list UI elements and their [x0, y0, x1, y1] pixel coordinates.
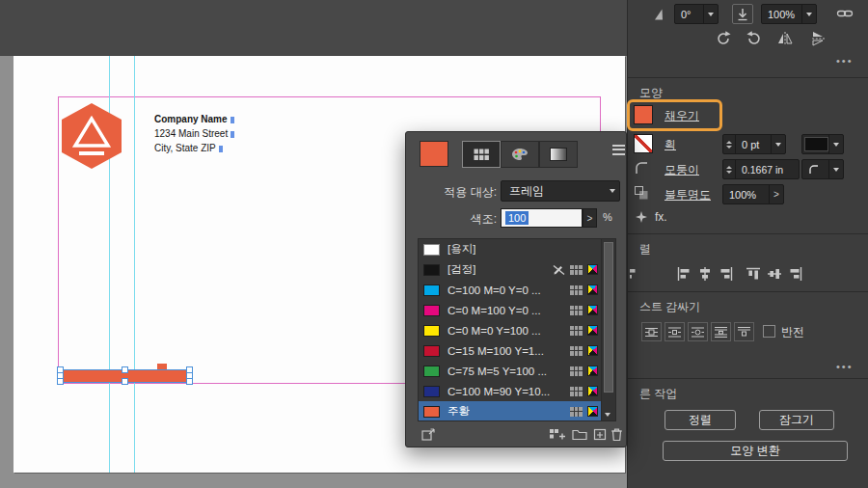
add-swatch-from-color-icon[interactable]	[421, 427, 436, 442]
rotate-cw-icon[interactable]	[715, 30, 732, 47]
wrap-jump-column-icon[interactable]	[734, 322, 754, 341]
wrap-object-shape-icon[interactable]	[688, 322, 708, 341]
swatch-color	[423, 386, 440, 397]
quick-actions-header: 른 작업	[639, 386, 677, 402]
align-right-icon[interactable]	[719, 266, 734, 282]
current-color-swatch[interactable]	[420, 141, 448, 167]
stroke-label[interactable]: 획	[665, 137, 676, 153]
swatch-row[interactable]: C=100 M=90 Y=10...	[419, 381, 601, 401]
invert-checkbox[interactable]	[763, 325, 775, 338]
swatch-row[interactable]: C=0 M=100 Y=0 ...	[419, 300, 601, 320]
chevron-down-icon[interactable]	[828, 160, 843, 178]
process-color-icon	[570, 407, 583, 417]
swatch-row[interactable]: [용지]	[419, 239, 601, 259]
corner-style-combo[interactable]	[801, 159, 844, 179]
opacity-icon	[634, 185, 649, 201]
swatch-color	[423, 366, 440, 377]
stepper-arrows-icon[interactable]	[723, 135, 736, 153]
scrollbar-thumb[interactable]	[604, 242, 613, 393]
chevron-down-icon[interactable]	[771, 135, 785, 153]
selection-handle[interactable]	[57, 378, 64, 385]
new-folder-icon[interactable]	[572, 428, 587, 441]
convert-shape-button[interactable]: 모양 변환	[663, 441, 848, 461]
swatch-name: C=75 M=5 Y=100 ...	[448, 366, 547, 377]
wrap-jump-object-icon[interactable]	[711, 322, 731, 341]
panel-menu-icon[interactable]	[612, 142, 625, 157]
lock-button[interactable]: 잠그기	[759, 410, 834, 430]
swatch-row[interactable]: C=15 M=100 Y=1...	[419, 340, 601, 361]
stroke-weight-value: 0 pt	[736, 139, 771, 150]
swatch-name: C=0 M=100 Y=0 ...	[448, 305, 541, 316]
tab-swatches[interactable]	[462, 141, 501, 168]
align-partial-icon[interactable]	[630, 266, 639, 282]
scroll-down-icon[interactable]	[605, 413, 610, 417]
spinner-arrow-icon[interactable]: >	[769, 185, 783, 203]
swatch-row[interactable]: C=100 M=0 Y=0 ...	[419, 280, 601, 300]
chevron-down-icon[interactable]	[606, 181, 619, 201]
ruler-guide[interactable]	[134, 56, 135, 473]
chevron-down-icon[interactable]	[703, 5, 718, 23]
wrap-none-icon[interactable]	[641, 322, 662, 341]
address-text-frame[interactable]: Company Name 1234 Main Street City, Stat…	[154, 112, 234, 155]
stroke-color-combo[interactable]	[801, 134, 844, 154]
flip-vertical-icon[interactable]	[809, 30, 827, 47]
scrollbar[interactable]	[601, 239, 615, 420]
stroke-weight-stepper[interactable]: 0 pt	[722, 134, 786, 154]
effects-icon[interactable]	[636, 211, 647, 223]
opacity-value: 100%	[723, 189, 769, 201]
link-chain-icon[interactable]	[836, 7, 854, 20]
scale-combo[interactable]: 100%	[761, 4, 817, 24]
corner-label[interactable]: 모퉁이	[665, 162, 699, 178]
chevron-down-icon[interactable]	[801, 5, 816, 23]
swatch-row-selected[interactable]: 주황	[419, 401, 601, 421]
align-middle-vertical-icon[interactable]	[767, 266, 782, 282]
corner-radius-stepper[interactable]: 0.1667 in	[722, 159, 800, 179]
tint-spinner-icon[interactable]: >	[583, 208, 597, 228]
corner-icon	[634, 160, 649, 176]
rotation-angle-combo[interactable]: 0°	[674, 4, 719, 24]
process-color-icon	[570, 265, 583, 275]
process-color-icon	[570, 366, 583, 376]
swatch-color	[423, 325, 440, 337]
align-top-icon[interactable]	[746, 266, 761, 282]
text-wrap-header: 스트 감싸기	[639, 299, 700, 315]
more-options-icon[interactable]: •••	[836, 361, 854, 372]
tab-gradient[interactable]	[539, 141, 578, 168]
delete-swatch-icon[interactable]	[610, 427, 623, 442]
align-bottom-icon[interactable]	[788, 266, 803, 282]
swatch-row[interactable]: C=75 M=5 Y=100 ...	[419, 361, 601, 381]
new-color-group-icon[interactable]	[549, 428, 565, 441]
flip-horizontal-icon[interactable]	[776, 30, 794, 47]
swatch-grid-icon	[474, 149, 490, 161]
selection-handle[interactable]	[186, 378, 193, 385]
cmyk-mode-icon	[587, 325, 598, 336]
selection-handle[interactable]	[122, 378, 128, 385]
swatch-row[interactable]: C=0 M=0 Y=100 ...	[419, 320, 601, 340]
swatch-color	[423, 345, 440, 357]
opacity-combo[interactable]: 100% >	[722, 184, 784, 204]
cast-shadow-icon[interactable]	[732, 4, 753, 24]
new-swatch-icon[interactable]	[593, 428, 607, 441]
swatch-row[interactable]: [검정]	[419, 259, 601, 280]
shear-icon[interactable]	[651, 7, 666, 22]
chevron-down-icon[interactable]	[828, 135, 843, 153]
opacity-label[interactable]: 불투명도	[665, 187, 711, 203]
stepper-arrows-icon[interactable]	[723, 160, 736, 178]
apply-to-dropdown[interactable]: 프레임	[501, 180, 620, 202]
divider	[628, 291, 868, 292]
stroke-swatch[interactable]	[634, 134, 653, 153]
invert-label: 반전	[781, 324, 804, 340]
fx-label[interactable]: fx.	[655, 210, 667, 224]
selection-handle[interactable]	[122, 366, 128, 373]
align-button[interactable]: 정렬	[665, 410, 736, 430]
cmyk-mode-icon	[587, 386, 598, 396]
tint-input[interactable]: 100	[501, 208, 583, 228]
more-options-icon[interactable]: •••	[836, 55, 854, 67]
cmyk-mode-icon	[587, 345, 598, 356]
wrap-bounding-box-icon[interactable]	[665, 322, 685, 341]
tab-color-mixer[interactable]	[501, 141, 539, 168]
align-left-icon[interactable]	[676, 266, 692, 282]
address-line: City, State ZIP	[154, 141, 234, 155]
rotate-ccw-icon[interactable]	[746, 30, 763, 47]
align-center-horizontal-icon[interactable]	[697, 266, 713, 282]
